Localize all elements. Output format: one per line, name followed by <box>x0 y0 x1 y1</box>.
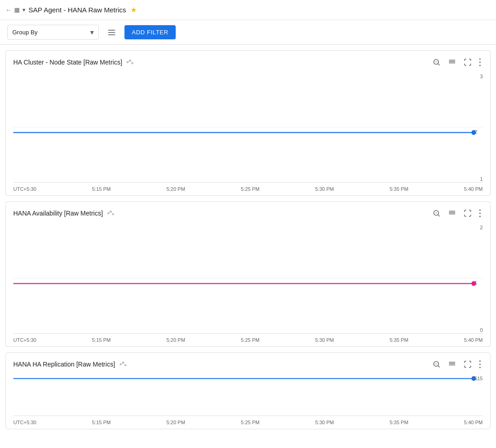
x-tick-3-6: 5:40 PM <box>464 420 483 425</box>
line-value-3: 15 <box>472 376 477 381</box>
x-tick-1-5: 5:35 PM <box>389 186 408 192</box>
group-by-label: Group By <box>12 29 38 36</box>
svg-line-39 <box>123 362 125 365</box>
chart-title-1: HA Cluster - Node State [Raw Metrics] <box>13 59 122 66</box>
title-dropdown-arrow[interactable]: ▾ <box>22 6 26 13</box>
svg-point-31 <box>480 216 481 217</box>
svg-point-14 <box>480 62 481 63</box>
svg-point-30 <box>480 213 481 214</box>
chart-panel-1: HA Cluster - Node State [Raw Metrics] <box>5 50 491 196</box>
x-tick-1-2: 5:20 PM <box>167 186 185 192</box>
chart-body-2: 2 0 1 UTC+5:30 5:15 PM 5:20 PM 5:25 PM 5… <box>6 223 490 346</box>
x-axis-1 <box>13 182 483 183</box>
legend-button-3[interactable] <box>446 358 458 370</box>
more-button-3[interactable] <box>477 358 483 370</box>
svg-point-15 <box>480 65 481 66</box>
chart-header-2: HANA Availability [Raw Metrics] <box>6 202 490 223</box>
chart-svg-3 <box>13 374 483 416</box>
filter-icon-button[interactable] <box>104 25 119 40</box>
more-button-2[interactable] <box>477 207 483 219</box>
chart-title-3: HANA HA Replication [Raw Metrics] <box>13 361 115 368</box>
legend-button-1[interactable] <box>446 56 458 68</box>
x-tick-3-0: UTC+5:30 <box>13 420 36 425</box>
legend-button-2[interactable] <box>446 207 458 219</box>
back-button[interactable]: ← <box>5 6 11 13</box>
x-tick-2-6: 5:40 PM <box>464 337 483 343</box>
x-tick-3-3: 5:25 PM <box>241 420 259 425</box>
svg-line-23 <box>111 211 113 214</box>
x-ticks-2: UTC+5:30 5:15 PM 5:20 PM 5:25 PM 5:30 PM… <box>13 337 483 343</box>
chart-title-2: HANA Availability [Raw Metrics] <box>13 210 103 217</box>
charts-container: HA Cluster - Node State [Raw Metrics] <box>0 50 496 429</box>
chart-actions-3 <box>431 358 483 370</box>
chart-line-area-3: 15 <box>13 374 483 416</box>
star-icon[interactable]: ★ <box>130 5 137 14</box>
back-icon: ← <box>5 6 11 13</box>
x-tick-1-1: 5:15 PM <box>92 186 111 192</box>
chart-actions-1 <box>431 56 483 68</box>
x-tick-2-0: UTC+5:30 <box>13 337 36 343</box>
svg-point-13 <box>480 59 481 60</box>
search-button-3[interactable] <box>431 358 442 370</box>
svg-point-47 <box>480 367 481 368</box>
chart-svg-1 <box>13 72 483 183</box>
svg-point-29 <box>480 210 481 211</box>
x-axis-3 <box>13 416 483 416</box>
x-tick-2-4: 5:30 PM <box>315 337 334 343</box>
x-axis-2 <box>13 333 483 334</box>
chart-title-area-3: HANA HA Replication [Raw Metrics] <box>13 360 127 368</box>
chart-actions-2 <box>431 207 483 219</box>
fullscreen-button-3[interactable] <box>462 358 474 370</box>
x-tick-3-4: 5:30 PM <box>315 420 334 425</box>
x-tick-2-2: 5:20 PM <box>167 337 185 343</box>
fullscreen-button-1[interactable] <box>462 56 474 68</box>
svg-line-9 <box>438 64 439 65</box>
x-tick-1-4: 5:30 PM <box>315 186 334 192</box>
chart-header-3: HANA HA Replication [Raw Metrics] <box>6 353 490 374</box>
chevron-down-icon: ▾ <box>90 28 94 37</box>
group-by-select[interactable]: Group By ▾ <box>7 25 99 40</box>
chart-panel-3: HANA HA Replication [Raw Metrics] <box>5 352 491 429</box>
chart-line-area-1: 2 <box>13 72 483 183</box>
chart-body-1: 3 1 2 UTC+5:30 5:15 PM 5: <box>6 72 490 195</box>
search-button-2[interactable] <box>431 207 442 219</box>
add-filter-button[interactable]: ADD FILTER <box>124 25 176 39</box>
x-tick-1-3: 5:25 PM <box>241 186 259 192</box>
more-button-1[interactable] <box>477 56 483 68</box>
svg-line-41 <box>438 366 439 367</box>
x-tick-1-0: UTC+5:30 <box>13 186 36 192</box>
chart-body-3: 15 15 UTC+5:30 5:15 PM 5:20 PM 5:25 PM 5… <box>6 374 490 429</box>
fullscreen-button-2[interactable] <box>462 207 474 219</box>
x-tick-2-5: 5:35 PM <box>389 337 408 343</box>
x-tick-3-1: 5:15 PM <box>92 420 111 425</box>
line-value-2: 1 <box>474 280 477 286</box>
top-bar-left: ← ▦ ▾ SAP Agent - HANA Raw Metrics ★ <box>5 5 137 14</box>
x-tick-2-1: 5:15 PM <box>92 337 111 343</box>
svg-point-46 <box>480 364 481 365</box>
x-tick-1-6: 5:40 PM <box>464 186 483 192</box>
scatter-icon-2 <box>107 209 115 217</box>
chart-panel-2: HANA Availability [Raw Metrics] <box>5 201 491 347</box>
scatter-icon-1 <box>126 58 134 66</box>
x-tick-2-3: 5:25 PM <box>241 337 259 343</box>
chart-svg-2 <box>13 223 483 334</box>
chart-line-area-2: 1 <box>13 223 483 334</box>
x-ticks-1: UTC+5:30 5:15 PM 5:20 PM 5:25 PM 5:30 PM… <box>13 186 483 192</box>
filter-icon <box>107 28 116 37</box>
svg-line-7 <box>130 60 132 63</box>
svg-line-25 <box>438 215 439 216</box>
x-tick-3-5: 5:35 PM <box>389 420 408 425</box>
x-ticks-3: UTC+5:30 5:15 PM 5:20 PM 5:25 PM 5:30 PM… <box>13 420 483 425</box>
x-tick-3-2: 5:20 PM <box>167 420 185 425</box>
top-bar: ← ▦ ▾ SAP Agent - HANA Raw Metrics ★ <box>0 0 496 20</box>
filter-bar: Group By ▾ ADD FILTER <box>0 20 496 45</box>
chart-header-1: HA Cluster - Node State [Raw Metrics] <box>6 51 490 72</box>
chart-title-area-2: HANA Availability [Raw Metrics] <box>13 209 115 217</box>
chart-title-area-1: HA Cluster - Node State [Raw Metrics] <box>13 58 134 66</box>
svg-point-45 <box>480 361 481 362</box>
scatter-icon-3 <box>119 360 127 368</box>
page-title: SAP Agent - HANA Raw Metrics <box>28 6 126 14</box>
search-button-1[interactable] <box>431 56 442 68</box>
dashboard-icon: ▦ <box>14 6 20 13</box>
line-value-1: 2 <box>474 129 477 135</box>
